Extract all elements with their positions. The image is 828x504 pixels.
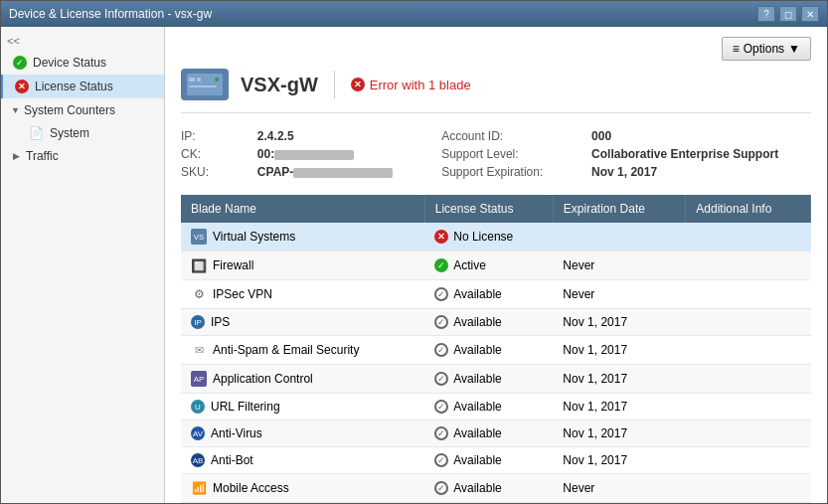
- table-row[interactable]: ✉ Anti-Spam & Email Security ✓Available …: [181, 336, 811, 365]
- expiry-cell: Nov 1, 2017: [553, 420, 685, 447]
- blade-name-cell: AV Anti-Virus: [191, 426, 414, 440]
- blade-name-cell: IP IPS: [191, 315, 414, 329]
- fw-icon: 🔲: [191, 257, 207, 273]
- blade-name: Anti-Spam & Email Security: [213, 343, 359, 357]
- error-badge: ✕ Error with 1 blade: [351, 78, 471, 92]
- status-cell: ✓Available: [434, 453, 543, 467]
- ip-label: IP:: [181, 129, 242, 143]
- active-status-icon: ✓: [434, 258, 448, 272]
- blade-name: Anti-Virus: [211, 426, 262, 440]
- ck-value: 00:: [257, 147, 425, 161]
- expiry-cell: Nov 1, 2017: [553, 309, 685, 336]
- sidebar-item-label: System: [50, 126, 89, 140]
- status-cell: ✓Available: [434, 400, 543, 414]
- support-level-label: Support Level:: [441, 147, 576, 161]
- blade-name: Firewall: [213, 258, 253, 272]
- blade-name-cell: ⚙ IPSec VPN: [191, 286, 414, 302]
- sidebar-item-device-status[interactable]: ✓ Device Status: [1, 51, 164, 75]
- check-icon: ✓: [13, 56, 27, 70]
- status-text: Available: [453, 372, 501, 386]
- options-button[interactable]: ≡ Options ▼: [722, 37, 811, 61]
- table-row[interactable]: AV Anti-Virus ✓Available Nov 1, 2017: [181, 420, 811, 447]
- info-cell: [686, 309, 811, 336]
- ips-icon: IP: [191, 315, 205, 329]
- close-button[interactable]: ✕: [801, 6, 819, 22]
- url-icon: U: [191, 400, 205, 414]
- blade-name: URL Filtering: [211, 400, 280, 414]
- svg-rect-2: [197, 78, 201, 82]
- main-window: Device & License Information - vsx-gw ? …: [0, 0, 828, 504]
- available-status-icon: ✓: [434, 400, 448, 414]
- chevron-down-icon: ▼: [11, 105, 20, 115]
- svg-rect-3: [189, 85, 217, 87]
- sidebar-item-label: Device Status: [33, 56, 106, 70]
- blade-name-cell: AP Application Control: [191, 371, 414, 387]
- col-license-status: License Status: [424, 195, 553, 223]
- device-details: IP: 2.4.2.5 Account ID: 000 CK: 00: Supp…: [181, 129, 811, 179]
- table-row[interactable]: ⚙ IPSec VPN ✓Available Never: [181, 280, 811, 309]
- restore-button[interactable]: ◻: [779, 6, 797, 22]
- sidebar-collapse-button[interactable]: <<: [1, 31, 164, 51]
- window-title: Device & License Information - vsx-gw: [9, 7, 212, 21]
- ck-label: CK:: [181, 147, 242, 161]
- blade-name-cell: ✉ Anti-Spam & Email Security: [191, 342, 414, 358]
- blade-name: Anti-Bot: [211, 453, 253, 467]
- col-expiry: Expiration Date: [553, 195, 685, 223]
- table-row[interactable]: AP Application Control ✓Available Nov 1,…: [181, 365, 811, 394]
- table-row[interactable]: 📶 Mobile Access ✓Available Never: [181, 474, 811, 503]
- table-row[interactable]: AB Anti-Bot ✓Available Nov 1, 2017: [181, 447, 811, 474]
- options-label: Options: [744, 42, 784, 56]
- available-status-icon: ✓: [434, 426, 448, 440]
- blade-name: Application Control: [213, 372, 313, 386]
- available-status-icon: ✓: [434, 481, 448, 495]
- support-level-value: Collaborative Enterprise Support: [591, 147, 811, 161]
- status-text: Available: [453, 453, 501, 467]
- main-content: << ✓ Device Status ✕ License Status ▼ Sy…: [1, 27, 827, 503]
- blade-name-cell: AB Anti-Bot: [191, 453, 414, 467]
- svg-point-4: [215, 78, 219, 82]
- content-area: ≡ Options ▼: [165, 27, 827, 503]
- available-status-icon: ✓: [434, 343, 448, 357]
- spam-icon: ✉: [191, 342, 207, 358]
- av-icon: AV: [191, 426, 205, 440]
- table-row[interactable]: IP IPS ✓Available Nov 1, 2017: [181, 309, 811, 336]
- ab-icon: AB: [191, 453, 205, 467]
- status-cell: ✓Available: [434, 343, 543, 357]
- blade-name: IPS: [211, 315, 230, 329]
- available-status-icon: ✓: [434, 453, 448, 467]
- status-cell: ✕No License: [434, 230, 543, 244]
- status-cell: ✓Available: [434, 372, 543, 386]
- blade-table: Blade Name License Status Expiration Dat…: [181, 195, 811, 503]
- folder-icon: 📄: [29, 126, 44, 140]
- info-cell: [686, 420, 811, 447]
- blade-name-cell: 🔲 Firewall: [191, 257, 414, 273]
- sidebar-item-license-status[interactable]: ✕ License Status: [1, 75, 164, 98]
- support-expiry-value: Nov 1, 2017: [591, 165, 811, 179]
- sidebar-item-traffic[interactable]: ▶ Traffic: [1, 144, 164, 168]
- error-text: Error with 1 blade: [370, 78, 471, 92]
- sidebar-item-label: System Counters: [24, 103, 115, 117]
- options-icon: ≡: [733, 42, 740, 56]
- table-row[interactable]: VS Virtual Systems ✕No License: [181, 223, 811, 252]
- vs-icon: VS: [191, 229, 207, 245]
- sidebar-item-system-counters[interactable]: ▼ System Counters: [1, 98, 164, 122]
- blade-name-cell: VS Virtual Systems: [191, 229, 414, 245]
- col-blade-name: Blade Name: [181, 195, 424, 223]
- help-button[interactable]: ?: [757, 6, 775, 22]
- col-additional: Additional Info: [686, 195, 811, 223]
- sidebar: << ✓ Device Status ✕ License Status ▼ Sy…: [1, 27, 165, 503]
- sidebar-item-system[interactable]: 📄 System: [1, 122, 164, 144]
- device-svg: [187, 74, 223, 95]
- status-cell: ✓Available: [434, 287, 543, 301]
- info-cell: [686, 336, 811, 365]
- status-text: Available: [453, 400, 501, 414]
- table-row[interactable]: 🔲 Firewall ✓Active Never: [181, 252, 811, 280]
- status-cell: ✓Available: [434, 315, 543, 329]
- info-cell: [686, 447, 811, 474]
- info-cell: [686, 252, 811, 280]
- status-text: Available: [453, 315, 501, 329]
- vpn-icon: ⚙: [191, 286, 207, 302]
- available-status-icon: ✓: [434, 372, 448, 386]
- table-row[interactable]: U URL Filtering ✓Available Nov 1, 2017: [181, 394, 811, 420]
- blade-name: IPSec VPN: [213, 287, 272, 301]
